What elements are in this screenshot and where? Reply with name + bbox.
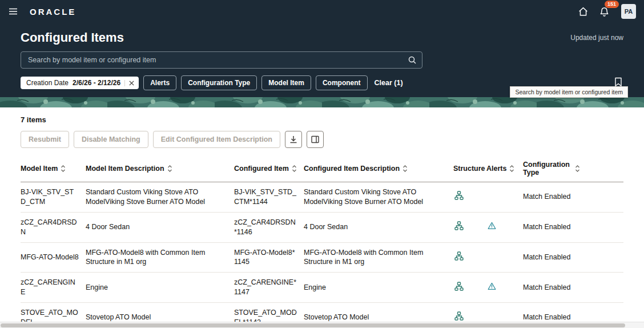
date-chip-value: 2/6/26 - 2/12/26	[73, 79, 120, 87]
cell-structure	[453, 242, 486, 273]
structure-icon[interactable]	[453, 251, 464, 261]
close-icon[interactable]	[124, 80, 135, 86]
column-header-configured-item-description[interactable]: Configured Item Description	[304, 156, 453, 182]
date-chip-label: Creation Date	[26, 79, 69, 87]
sort-icon	[167, 165, 172, 173]
table-toolbar: Resubmit Disable Matching Edit Configure…	[21, 131, 623, 148]
cell-configured-item: MFG-ATO-Model8*1145	[234, 242, 304, 273]
items-count: 7 items	[21, 115, 623, 124]
avatar[interactable]: PA	[621, 4, 636, 19]
notification-count-badge: 151	[605, 1, 619, 8]
alert-icon[interactable]	[486, 222, 496, 230]
cell-alerts	[486, 242, 523, 273]
filter-chip-configuration-type[interactable]: Configuration Type	[181, 75, 257, 90]
home-icon[interactable]	[575, 4, 591, 19]
structure-icon[interactable]	[453, 282, 464, 291]
cell-model-item-description: 4 Door Sedan	[86, 212, 234, 242]
cell-configuration-type: Match Enabled	[523, 273, 623, 303]
cell-configured-item-description: 4 Door Sedan	[304, 212, 453, 242]
sort-icon	[509, 165, 514, 173]
cell-alerts	[486, 212, 523, 242]
cell-structure	[453, 273, 486, 303]
filter-chip-component[interactable]: Component	[316, 75, 368, 90]
cell-configuration-type: Match Enabled	[523, 182, 623, 213]
filter-chip-alerts[interactable]: Alerts	[143, 75, 176, 90]
structure-icon[interactable]	[453, 311, 464, 321]
cell-configured-item: BJ-VIK_STV_STD_CTM*1144	[234, 182, 304, 213]
structure-icon[interactable]	[453, 191, 464, 200]
edit-configured-item-description-button[interactable]: Edit Configured Item Description	[153, 131, 280, 148]
cell-configured-item: zCZ_CAR4DRSDN*1146	[234, 212, 304, 242]
cell-model-item: BJ-VIK_STV_STD_CTM	[21, 182, 86, 213]
oracle-logo: ORACLE	[30, 7, 76, 17]
sort-icon	[61, 165, 66, 173]
page-header: Configured Items Updated just now Creati…	[0, 23, 644, 97]
filter-chip-model-item[interactable]: Model Item	[261, 75, 311, 90]
cell-model-item: MFG-ATO-Model8	[21, 242, 86, 273]
cell-model-item-description: Standard Custom Viking Stove ATO ModelVi…	[86, 182, 234, 213]
alert-icon[interactable]	[486, 282, 496, 290]
download-icon[interactable]	[285, 131, 302, 148]
cell-configuration-type: Match Enabled	[523, 242, 623, 273]
configured-items-table: Model Item Model Item Description Config…	[21, 156, 623, 328]
decorative-banner	[0, 97, 644, 107]
filter-chip-creation-date[interactable]: Creation Date 2/6/26 - 2/12/26	[21, 77, 139, 89]
page-title: Configured Items	[21, 30, 124, 45]
cell-alerts	[486, 273, 523, 303]
column-header-model-item[interactable]: Model Item	[21, 156, 86, 182]
cell-configured-item-description: MFG-ATO-Model8 with Common Item Structur…	[304, 242, 453, 273]
column-header-configuration-type[interactable]: Configuration Type	[523, 156, 623, 182]
column-header-configured-item[interactable]: Configured Item	[234, 156, 304, 182]
sort-icon	[292, 165, 297, 173]
bookmark-tooltip: Search by model item or configured item	[510, 86, 628, 98]
column-header-model-item-description[interactable]: Model Item Description	[86, 156, 234, 182]
sort-icon	[575, 165, 580, 173]
cell-model-item: zCZ_CAR4DRSDN	[21, 212, 86, 242]
resubmit-button[interactable]: Resubmit	[21, 131, 69, 148]
hamburger-menu-icon[interactable]	[6, 4, 21, 19]
cell-configured-item-description: Engine	[304, 273, 453, 303]
cell-configuration-type: Match Enabled	[523, 212, 623, 242]
clear-filters-button[interactable]: Clear (1)	[375, 79, 403, 87]
cell-structure	[453, 212, 486, 242]
structure-icon[interactable]	[453, 221, 464, 230]
disable-matching-button[interactable]: Disable Matching	[74, 131, 148, 148]
search-input[interactable]	[21, 51, 422, 69]
table-header-row: Model Item Model Item Description Config…	[21, 156, 623, 182]
table-row: zCZ_CAR4DRSDN 4 Door Sedan zCZ_CAR4DRSDN…	[21, 212, 623, 242]
content-area: 7 items Resubmit Disable Matching Edit C…	[0, 107, 644, 328]
cell-model-item-description: MFG-ATO-Model8 with Common Item Structur…	[86, 242, 234, 273]
horizontal-scrollbar[interactable]	[0, 322, 644, 328]
column-header-structure: Structure	[453, 156, 486, 182]
table-row: MFG-ATO-Model8 MFG-ATO-Model8 with Commo…	[21, 242, 623, 273]
cell-model-item-description: Engine	[86, 273, 234, 303]
table-row: zCZ_CARENGINE Engine zCZ_CARENGINE*1147 …	[21, 273, 623, 303]
cell-configured-item-description: Standard Custom Viking Stove ATO ModelVi…	[304, 182, 453, 213]
scrollbar-thumb[interactable]	[1, 323, 625, 327]
updated-status: Updated just now	[570, 34, 623, 42]
sort-icon	[402, 165, 408, 173]
cell-model-item: zCZ_CARENGINE	[21, 273, 86, 303]
column-header-alerts[interactable]: Alerts	[486, 156, 523, 182]
cell-configured-item: zCZ_CARENGINE*1147	[234, 273, 304, 303]
cell-alerts	[486, 182, 523, 213]
manage-columns-icon[interactable]	[307, 131, 324, 148]
cell-structure	[453, 182, 486, 213]
search-icon[interactable]	[408, 55, 417, 67]
top-bar: ORACLE 151 PA	[0, 0, 644, 23]
table-body: BJ-VIK_STV_STD_CTM Standard Custom Vikin…	[21, 182, 623, 328]
table-row: BJ-VIK_STV_STD_CTM Standard Custom Vikin…	[21, 182, 623, 213]
